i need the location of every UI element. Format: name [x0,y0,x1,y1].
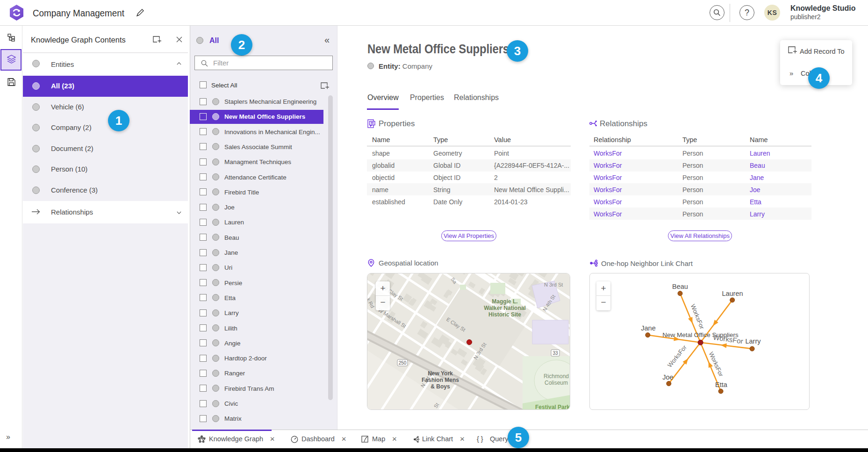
svg-text:Historic Site: Historic Site [488,311,521,318]
svg-text:N 3rd St: N 3rd St [544,282,563,287]
svg-text:Fashion Mens: Fashion Mens [422,377,459,383]
svg-text:& Boys: & Boys [430,383,450,390]
svg-text:Beau: Beau [672,283,688,290]
svg-text:Richmond: Richmond [544,373,569,380]
svg-text:WorksFor: WorksFor [689,303,706,330]
svg-text:WorksFor: WorksFor [666,344,688,369]
svg-text:Festival Park: Festival Park [535,404,570,410]
svg-text:New York: New York [428,370,453,377]
svg-text:Etta: Etta [715,381,728,388]
svg-text:Jane: Jane [641,324,655,332]
svg-text:250: 250 [399,360,407,366]
svg-text:Walker National: Walker National [484,305,526,311]
svg-text:33: 33 [552,351,558,356]
svg-text:Larry: Larry [745,337,761,345]
svg-text:Coliseum: Coliseum [545,380,568,386]
svg-text:Joe: Joe [662,373,673,381]
svg-text:WorksFor: WorksFor [713,333,744,345]
svg-text:Maggie L.: Maggie L. [492,298,517,305]
svg-text:Lauren: Lauren [722,290,743,297]
